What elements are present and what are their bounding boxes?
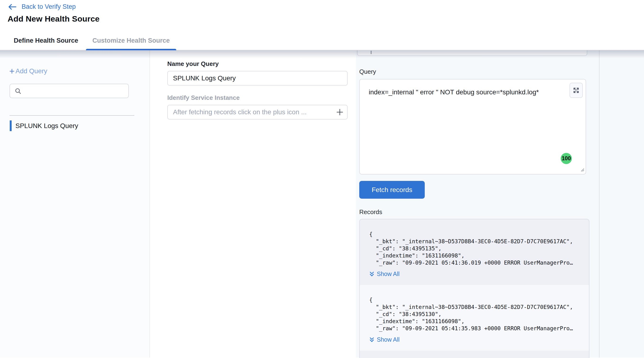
- double-chevron-down-icon: [369, 271, 374, 277]
- record-card: { "_bkt": "_internal~38~D537D8B4-3EC0-4D…: [360, 285, 589, 351]
- selected-indicator-bar: [10, 120, 12, 131]
- page-title: Add New Health Source: [8, 14, 100, 23]
- record-json: { "_bkt": "_internal~38~D537D8B4-3EC0-4D…: [369, 231, 580, 266]
- content-area: + Add Query SPLUNK Logs Query Name y: [0, 50, 644, 358]
- textarea-resize-handle[interactable]: [580, 167, 585, 173]
- show-all-link[interactable]: Show All: [369, 336, 580, 343]
- identify-service-instance-label: Identify Service Instance: [167, 94, 356, 101]
- records-panel: { "_bkt": "_internal~38~D537D8B4-3EC0-4D…: [359, 219, 590, 358]
- fetch-records-button[interactable]: Fetch records: [359, 181, 425, 199]
- service-instance-input[interactable]: [173, 108, 333, 116]
- back-to-verify-step-link[interactable]: Back to Verify Step: [8, 3, 76, 10]
- query-label: Query: [359, 68, 644, 75]
- records-label: Records: [359, 208, 644, 216]
- name-your-query-label: Name your Query: [167, 60, 356, 67]
- record-card: { "_bkt": "_internal~38~D537D8B4-3EC0-4D…: [360, 219, 589, 285]
- query-search-box: [10, 84, 129, 98]
- double-chevron-down-icon: [369, 337, 374, 343]
- service-instance-plus-icon[interactable]: [336, 108, 344, 116]
- scrolled-field-partial[interactable]: [357, 50, 587, 56]
- record-card-partial: [360, 351, 589, 358]
- query-details-column: Query index=_internal " error " NOT debu…: [356, 50, 644, 358]
- partial-text-fragment: [371, 51, 372, 54]
- query-text: index=_internal " error " NOT debug sour…: [360, 79, 586, 96]
- add-query-label: Add Query: [16, 67, 47, 75]
- show-all-label: Show All: [377, 271, 400, 277]
- query-sidebar: + Add Query SPLUNK Logs Query: [0, 50, 150, 358]
- sidebar-divider: [10, 115, 134, 116]
- record-count-badge: 100: [561, 153, 572, 164]
- query-item-label: SPLUNK Logs Query: [16, 122, 78, 130]
- query-form-column: Name your Query Identify Service Instanc…: [150, 50, 356, 358]
- show-all-label: Show All: [377, 336, 400, 343]
- add-health-source-page: Back to Verify Step Add New Health Sourc…: [0, 0, 644, 358]
- show-all-link[interactable]: Show All: [369, 271, 580, 277]
- query-name-input[interactable]: [173, 74, 342, 82]
- column-divider: [599, 50, 600, 358]
- search-icon: [15, 88, 21, 94]
- sidebar-item-splunk-logs-query[interactable]: SPLUNK Logs Query: [10, 120, 78, 131]
- maximize-icon: [572, 86, 580, 94]
- back-arrow-icon: [8, 3, 17, 10]
- query-name-field-wrap: [167, 71, 348, 86]
- expand-query-button[interactable]: [570, 83, 583, 98]
- plus-icon: +: [9, 67, 14, 75]
- back-link-label: Back to Verify Step: [22, 3, 76, 10]
- query-textarea[interactable]: index=_internal " error " NOT debug sour…: [359, 79, 586, 174]
- tab-bar: Define Health Source Customize Health So…: [0, 31, 644, 50]
- record-json: { "_bkt": "_internal~38~D537D8B4-3EC0-4D…: [369, 296, 580, 332]
- page-header: Back to Verify Step Add New Health Sourc…: [0, 0, 644, 31]
- tab-customize-health-source[interactable]: Customize Health Source: [87, 31, 176, 50]
- search-input[interactable]: [25, 87, 120, 95]
- service-instance-field-wrap: [167, 105, 348, 119]
- tab-define-health-source[interactable]: Define Health Source: [8, 31, 84, 50]
- add-query-button[interactable]: + Add Query: [9, 67, 47, 75]
